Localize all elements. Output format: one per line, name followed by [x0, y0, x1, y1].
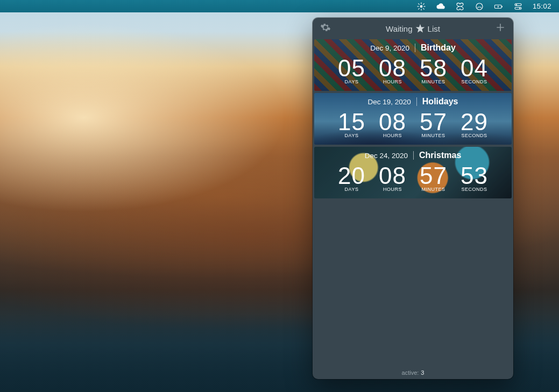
- card-date: Dec 19, 2020: [368, 98, 411, 106]
- countdown-card[interactable]: Dec 19, 2020 Holidays 15DAYS 08HOURS 57M…: [314, 93, 512, 145]
- card-name: Holidays: [422, 97, 458, 106]
- cloud-icon[interactable]: [436, 2, 445, 11]
- minutes-unit: 58MINUTES: [417, 56, 450, 84]
- app-star-icon[interactable]: [416, 2, 426, 11]
- svg-point-9: [476, 3, 483, 10]
- star-separator-icon: [415, 23, 426, 34]
- svg-point-15: [519, 8, 520, 9]
- days-unit: 15DAYS: [335, 110, 369, 138]
- footer-label: active:: [402, 369, 419, 376]
- svg-line-5: [418, 3, 419, 4]
- panel-footer: active: 3: [313, 366, 513, 379]
- svg-rect-11: [501, 5, 502, 7]
- days-unit: 20DAYS: [335, 164, 369, 192]
- svg-rect-12: [515, 3, 521, 5]
- card-header: Dec 24, 2020 Christmas: [314, 147, 512, 160]
- footer-count: 3: [421, 369, 424, 376]
- menu-clock[interactable]: 15:02: [533, 2, 551, 10]
- card-header: Dec 9, 2020 Birthday: [314, 39, 512, 53]
- seconds-unit: 29SECONDS: [458, 110, 491, 138]
- card-date: Dec 9, 2020: [370, 44, 409, 52]
- card-counter: 05DAYS 08HOURS 58MINUTES 04SECONDS: [314, 53, 512, 91]
- countdown-list: Dec 9, 2020 Birthday 05DAYS 08HOURS 58MI…: [313, 39, 513, 366]
- hours-unit: 08HOURS: [376, 110, 409, 138]
- hours-unit: 08HOURS: [376, 56, 409, 84]
- card-counter: 15DAYS 08HOURS 57MINUTES 29SECONDS: [314, 106, 512, 145]
- add-button[interactable]: [493, 20, 508, 37]
- separator: [416, 97, 417, 106]
- seconds-unit: 53SECONDS: [458, 164, 491, 192]
- hours-unit: 08HOURS: [376, 164, 409, 192]
- waiting-list-panel: Waiting List Dec 9, 2020 Birthday 05DAYS…: [313, 18, 513, 379]
- menu-bar: 15:02: [0, 0, 559, 12]
- settings-button[interactable]: [318, 20, 333, 37]
- seconds-unit: 04SECONDS: [458, 56, 491, 84]
- panel-header: Waiting List: [313, 18, 513, 39]
- card-name: Birthday: [421, 43, 456, 53]
- battery-icon[interactable]: [494, 2, 504, 11]
- butterfly-icon[interactable]: [455, 2, 465, 11]
- panel-title-right: List: [428, 24, 440, 33]
- control-center-icon[interactable]: [513, 2, 523, 11]
- panel-title: Waiting List: [313, 23, 513, 34]
- svg-rect-13: [515, 7, 521, 9]
- card-counter: 20DAYS 08HOURS 57MINUTES 53SECONDS: [314, 160, 512, 198]
- countdown-card[interactable]: Dec 24, 2020 Christmas 20DAYS 08HOURS 57…: [314, 147, 512, 198]
- svg-line-6: [423, 8, 424, 9]
- card-date: Dec 24, 2020: [365, 152, 408, 160]
- days-unit: 05DAYS: [335, 56, 369, 84]
- do-not-disturb-icon[interactable]: [475, 2, 484, 11]
- separator: [413, 151, 414, 160]
- svg-point-0: [420, 5, 423, 8]
- svg-line-8: [423, 3, 424, 4]
- svg-point-14: [516, 4, 517, 5]
- card-header: Dec 19, 2020 Holidays: [314, 93, 512, 106]
- countdown-card[interactable]: Dec 9, 2020 Birthday 05DAYS 08HOURS 58MI…: [314, 39, 512, 91]
- panel-title-left: Waiting: [386, 24, 412, 33]
- card-name: Christmas: [419, 151, 461, 160]
- minutes-unit: 57MINUTES: [417, 164, 450, 192]
- svg-line-7: [418, 8, 419, 9]
- minutes-unit: 57MINUTES: [417, 110, 450, 138]
- separator: [415, 44, 415, 52]
